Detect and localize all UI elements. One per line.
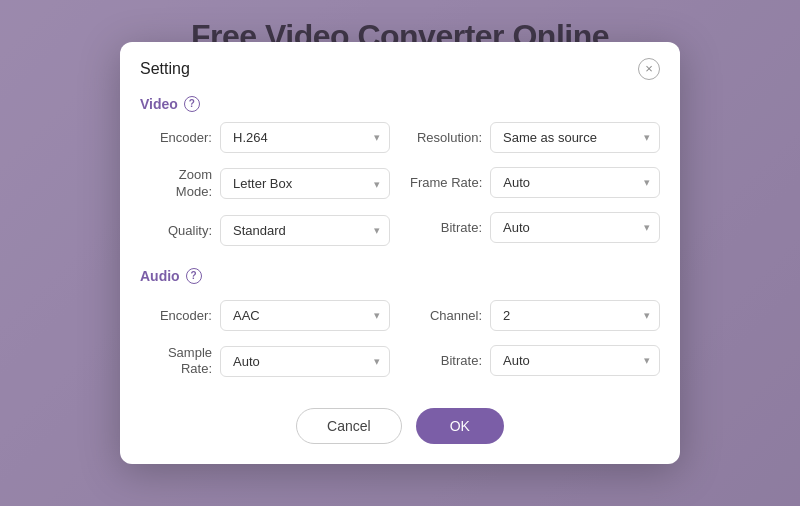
framerate-select[interactable]: Auto 24 30 60 bbox=[490, 167, 660, 198]
dialog-footer: Cancel OK bbox=[120, 392, 680, 444]
samplerate-row: SampleRate: Auto 44100 48000 96000 ▾ bbox=[140, 345, 390, 379]
zoom-mode-label: ZoomMode: bbox=[140, 167, 212, 201]
zoom-mode-select[interactable]: Letter Box Pan & Scan Full bbox=[220, 168, 390, 199]
encoder-label: Encoder: bbox=[140, 130, 212, 145]
audio-encoder-row: Encoder: AAC MP3 OGG ▾ bbox=[140, 300, 390, 331]
dialog-header: Setting × bbox=[120, 42, 680, 92]
framerate-label: Frame Rate: bbox=[410, 175, 482, 190]
quality-select[interactable]: Standard High Low bbox=[220, 215, 390, 246]
video-bitrate-select-wrapper: Auto 1000k 2000k 4000k ▾ bbox=[490, 212, 660, 243]
ok-button[interactable]: OK bbox=[416, 408, 504, 444]
audio-encoder-select-wrapper: AAC MP3 OGG ▾ bbox=[220, 300, 390, 331]
resolution-label: Resolution: bbox=[410, 130, 482, 145]
zoom-mode-row: ZoomMode: Letter Box Pan & Scan Full ▾ bbox=[140, 167, 390, 201]
audio-bitrate-row: Bitrate: Auto 128k 192k 320k ▾ bbox=[410, 345, 660, 376]
channel-select-wrapper: 2 1 6 ▾ bbox=[490, 300, 660, 331]
close-button[interactable]: × bbox=[638, 58, 660, 80]
video-bitrate-row: Bitrate: Auto 1000k 2000k 4000k ▾ bbox=[410, 212, 660, 243]
quality-label: Quality: bbox=[140, 223, 212, 238]
video-left-col: Encoder: H.264 H.265 VP9 ▾ ZoomMode: bbox=[140, 122, 400, 260]
close-icon: × bbox=[645, 62, 653, 75]
quality-select-wrapper: Standard High Low ▾ bbox=[220, 215, 390, 246]
video-right-col: Resolution: Same as source 1920×1080 128… bbox=[400, 122, 660, 260]
samplerate-select[interactable]: Auto 44100 48000 96000 bbox=[220, 346, 390, 377]
video-help-icon[interactable]: ? bbox=[184, 96, 200, 112]
video-bitrate-label: Bitrate: bbox=[410, 220, 482, 235]
resolution-select-wrapper: Same as source 1920×1080 1280×720 854×48… bbox=[490, 122, 660, 153]
resolution-select[interactable]: Same as source 1920×1080 1280×720 854×48… bbox=[490, 122, 660, 153]
audio-left-col: Encoder: AAC MP3 OGG ▾ SampleRate: bbox=[140, 300, 400, 393]
zoom-mode-select-wrapper: Letter Box Pan & Scan Full ▾ bbox=[220, 168, 390, 199]
audio-help-icon[interactable]: ? bbox=[186, 268, 202, 284]
audio-bitrate-select[interactable]: Auto 128k 192k 320k bbox=[490, 345, 660, 376]
video-settings-grid: Encoder: H.264 H.265 VP9 ▾ ZoomMode: bbox=[120, 122, 680, 260]
audio-settings-grid: Encoder: AAC MP3 OGG ▾ SampleRate: bbox=[120, 300, 680, 393]
channel-row: Channel: 2 1 6 ▾ bbox=[410, 300, 660, 331]
settings-dialog: Setting × Video ? Encoder: H.264 H.265 bbox=[120, 42, 680, 465]
samplerate-label: SampleRate: bbox=[140, 345, 212, 379]
audio-encoder-label: Encoder: bbox=[140, 308, 212, 323]
encoder-row: Encoder: H.264 H.265 VP9 ▾ bbox=[140, 122, 390, 153]
dialog-title: Setting bbox=[140, 60, 190, 78]
modal-overlay: Setting × Video ? Encoder: H.264 H.265 bbox=[0, 0, 800, 506]
audio-bitrate-select-wrapper: Auto 128k 192k 320k ▾ bbox=[490, 345, 660, 376]
resolution-row: Resolution: Same as source 1920×1080 128… bbox=[410, 122, 660, 153]
encoder-select[interactable]: H.264 H.265 VP9 bbox=[220, 122, 390, 153]
audio-encoder-select[interactable]: AAC MP3 OGG bbox=[220, 300, 390, 331]
audio-bitrate-label: Bitrate: bbox=[410, 353, 482, 368]
channel-label: Channel: bbox=[410, 308, 482, 323]
encoder-select-wrapper: H.264 H.265 VP9 ▾ bbox=[220, 122, 390, 153]
framerate-select-wrapper: Auto 24 30 60 ▾ bbox=[490, 167, 660, 198]
audio-section-label: Audio ? bbox=[120, 264, 680, 294]
video-section-label: Video ? bbox=[120, 92, 680, 122]
video-bitrate-select[interactable]: Auto 1000k 2000k 4000k bbox=[490, 212, 660, 243]
samplerate-select-wrapper: Auto 44100 48000 96000 ▾ bbox=[220, 346, 390, 377]
audio-right-col: Channel: 2 1 6 ▾ Bitrate: bbox=[400, 300, 660, 393]
framerate-row: Frame Rate: Auto 24 30 60 ▾ bbox=[410, 167, 660, 198]
channel-select[interactable]: 2 1 6 bbox=[490, 300, 660, 331]
quality-row: Quality: Standard High Low ▾ bbox=[140, 215, 390, 246]
cancel-button[interactable]: Cancel bbox=[296, 408, 402, 444]
